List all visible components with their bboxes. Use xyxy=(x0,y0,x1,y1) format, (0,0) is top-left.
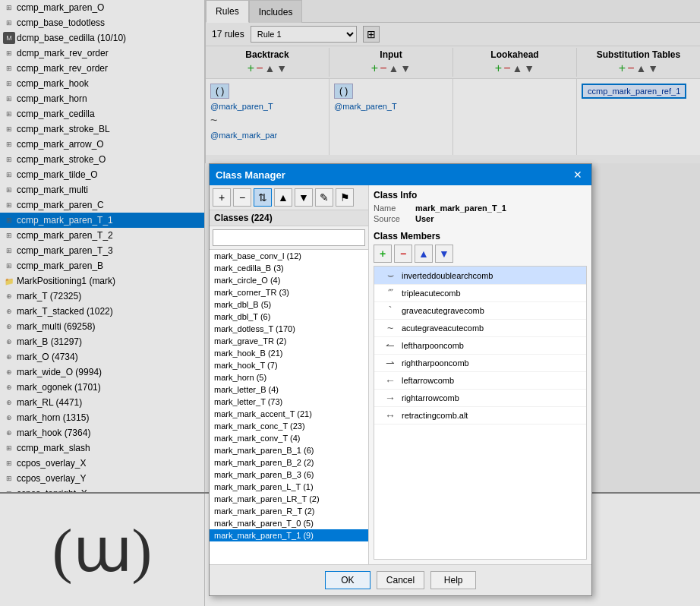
class-info-name-label: Name xyxy=(374,204,415,213)
class-export-button[interactable]: ⚑ xyxy=(336,188,354,207)
member-item-6[interactable]: ←leftarrowcomb xyxy=(374,372,586,390)
class-item-14[interactable]: mark_mark_conc_T (23) xyxy=(210,420,368,432)
class-info-source-label: Source xyxy=(374,214,415,223)
class-item-3[interactable]: mark_corner_TR (3) xyxy=(210,286,368,298)
class-item-7[interactable]: mark_grave_TR (2) xyxy=(210,335,368,347)
dialog-footer: OK Cancel Help xyxy=(210,564,591,595)
class-item-11[interactable]: mark_letter_B (4) xyxy=(210,383,368,396)
member-item-5[interactable]: ⇀rightharpooncomb xyxy=(374,355,586,372)
cancel-button[interactable]: Cancel xyxy=(377,571,424,589)
member-glyph-3: ~ xyxy=(379,322,402,334)
class-up-button[interactable]: ▲ xyxy=(274,188,292,207)
member-glyph-1: ‴ xyxy=(379,287,402,299)
member-name-7: rightarrowcomb xyxy=(402,393,459,402)
member-remove-button[interactable]: − xyxy=(394,245,412,263)
class-manager-dialog: Class Manager ✕ + − ⇅ ▲ ▼ ✎ ⚑ Classes (2… xyxy=(209,163,592,596)
members-toolbar: + − ▲ ▼ xyxy=(374,245,587,263)
class-item-10[interactable]: mark_horn (5) xyxy=(210,371,368,383)
member-add-button[interactable]: + xyxy=(374,245,392,263)
class-item-15[interactable]: mark_mark_conv_T (4) xyxy=(210,432,368,444)
member-name-2: graveacutegravecomb xyxy=(402,306,484,315)
class-remove-button[interactable]: − xyxy=(233,188,251,207)
member-glyph-2: ` xyxy=(379,305,402,317)
member-name-0: inverteddoublearchcomb xyxy=(402,271,493,280)
member-item-1[interactable]: ‴tripleacutecomb xyxy=(374,285,586,302)
class-item-2[interactable]: mark_circle_O (4) xyxy=(210,274,368,286)
class-info-name-value: mark_mark_paren_T_1 xyxy=(415,204,506,213)
class-item-19[interactable]: mark_mark_paren_L_T (1) xyxy=(210,481,368,493)
class-info-name-row: Name mark_mark_paren_T_1 xyxy=(374,204,587,213)
dialog-close-button[interactable]: ✕ xyxy=(570,169,585,181)
class-item-13[interactable]: mark_mark_accent_T (21) xyxy=(210,408,368,420)
class-search-input[interactable] xyxy=(213,229,365,246)
class-item-21[interactable]: mark_mark_paren_R_T (2) xyxy=(210,505,368,517)
dialog-left-pane: + − ⇅ ▲ ▼ ✎ ⚑ Classes (224) mark_base_co… xyxy=(210,185,369,564)
class-item-6[interactable]: mark_dotless_T (170) xyxy=(210,323,368,335)
member-name-5: rightharpooncomb xyxy=(402,358,469,368)
member-item-4[interactable]: ↼leftharpooncomb xyxy=(374,337,586,355)
dialog-right-pane: Class Info Name mark_mark_paren_T_1 Sour… xyxy=(369,185,591,564)
class-info-source-row: Source User xyxy=(374,214,587,223)
dialog-title: Class Manager xyxy=(216,169,285,181)
member-glyph-4: ↼ xyxy=(379,339,402,352)
member-name-4: leftharpooncomb xyxy=(402,341,464,350)
ok-button[interactable]: OK xyxy=(325,571,370,589)
member-item-8[interactable]: ↔retractingcomb.alt xyxy=(374,407,586,425)
member-item-7[interactable]: →rightarrowcomb xyxy=(374,390,586,407)
class-down-button[interactable]: ▼ xyxy=(295,188,313,207)
class-add-button[interactable]: + xyxy=(213,188,231,207)
class-item-17[interactable]: mark_mark_paren_B_2 (2) xyxy=(210,456,368,469)
help-button[interactable]: Help xyxy=(430,571,476,589)
class-item-8[interactable]: mark_hook_B (21) xyxy=(210,347,368,359)
member-name-1: tripleacutecomb xyxy=(402,289,461,298)
class-item-20[interactable]: mark_mark_paren_LR_T (2) xyxy=(210,493,368,505)
member-item-3[interactable]: ~acutegraveacutecomb xyxy=(374,320,586,337)
member-name-3: acutegraveacutecomb xyxy=(402,324,484,333)
member-item-2[interactable]: `graveacutegravecomb xyxy=(374,302,586,320)
class-item-0[interactable]: mark_base_conv_l (12) xyxy=(210,250,368,262)
member-glyph-5: ⇀ xyxy=(379,357,402,369)
class-info-title: Class Info xyxy=(374,190,587,200)
class-info-section: Class Info Name mark_mark_paren_T_1 Sour… xyxy=(374,190,587,225)
members-list[interactable]: ⌣inverteddoublearchcomb‴tripleacutecomb`… xyxy=(374,266,587,560)
class-members-section: Class Members + − ▲ ▼ ⌣inverteddoublearc… xyxy=(374,231,587,560)
class-info-source-value: User xyxy=(415,214,434,223)
dialog-body: + − ⇅ ▲ ▼ ✎ ⚑ Classes (224) mark_base_co… xyxy=(210,185,591,564)
search-area xyxy=(210,226,368,250)
class-item-5[interactable]: mark_dbl_T (6) xyxy=(210,311,368,323)
member-glyph-7: → xyxy=(379,392,402,404)
class-item-18[interactable]: mark_mark_paren_B_3 (6) xyxy=(210,469,368,481)
classes-header: Classes (224) xyxy=(210,210,368,226)
dialog-titlebar: Class Manager ✕ xyxy=(210,164,591,185)
member-item-0[interactable]: ⌣inverteddoublearchcomb xyxy=(374,267,586,285)
classes-list[interactable]: mark_base_conv_l (12)mark_cedilla_B (3)m… xyxy=(210,250,368,564)
member-down-button[interactable]: ▼ xyxy=(435,245,453,263)
member-up-button[interactable]: ▲ xyxy=(415,245,433,263)
class-import-button[interactable]: ✎ xyxy=(315,188,333,207)
class-item-16[interactable]: mark_mark_paren_B_1 (6) xyxy=(210,444,368,456)
classes-toolbar: + − ⇅ ▲ ▼ ✎ ⚑ xyxy=(210,185,368,210)
class-item-23[interactable]: mark_mark_paren_T_1 (9) xyxy=(210,529,368,541)
class-item-22[interactable]: mark_mark_paren_T_0 (5) xyxy=(210,517,368,529)
class-sort-button[interactable]: ⇅ xyxy=(254,188,272,207)
member-glyph-6: ← xyxy=(379,374,402,387)
class-item-12[interactable]: mark_letter_T (73) xyxy=(210,396,368,408)
member-glyph-0: ⌣ xyxy=(379,269,402,282)
class-members-title: Class Members xyxy=(374,231,587,241)
member-name-8: retractingcomb.alt xyxy=(402,411,468,420)
class-item-1[interactable]: mark_cedilla_B (3) xyxy=(210,262,368,274)
member-glyph-8: ↔ xyxy=(379,409,402,421)
class-item-4[interactable]: mark_dbl_B (5) xyxy=(210,298,368,311)
class-item-9[interactable]: mark_hook_T (7) xyxy=(210,359,368,371)
member-name-6: leftarrowcomb xyxy=(402,376,454,385)
